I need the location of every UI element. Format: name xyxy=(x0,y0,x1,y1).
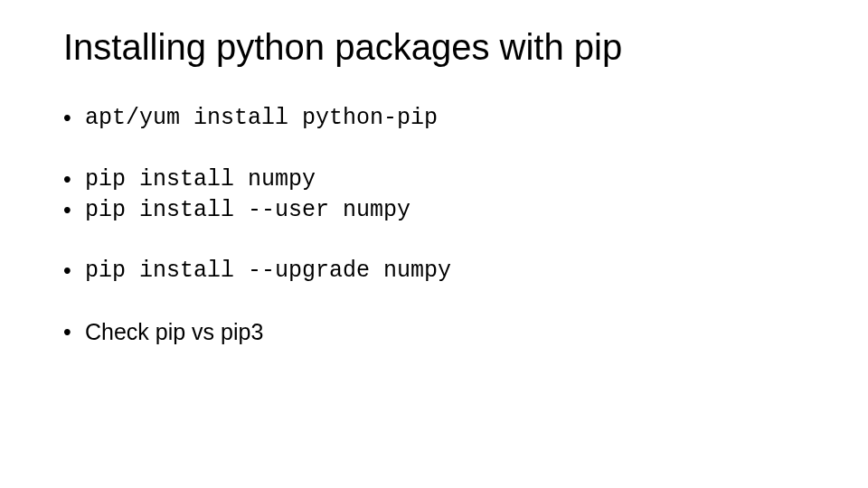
spacer xyxy=(63,286,805,317)
slide-title: Installing python packages with pip xyxy=(63,27,805,67)
bullet-list: pip install numpy pip install --user num… xyxy=(63,164,805,226)
bullet-list: apt/yum install python-pip xyxy=(63,103,805,134)
bullet-list: pip install --upgrade numpy xyxy=(63,256,805,286)
spacer xyxy=(63,134,805,164)
list-item: pip install --upgrade numpy xyxy=(63,256,805,286)
list-item: apt/yum install python-pip xyxy=(63,103,805,134)
spacer xyxy=(63,225,805,256)
list-item: pip install --user numpy xyxy=(63,195,805,226)
list-item: pip install numpy xyxy=(63,164,805,195)
slide: Installing python packages with pip apt/… xyxy=(0,0,868,488)
list-item: Check pip vs pip3 xyxy=(63,317,805,348)
bullet-list: Check pip vs pip3 xyxy=(63,317,805,348)
